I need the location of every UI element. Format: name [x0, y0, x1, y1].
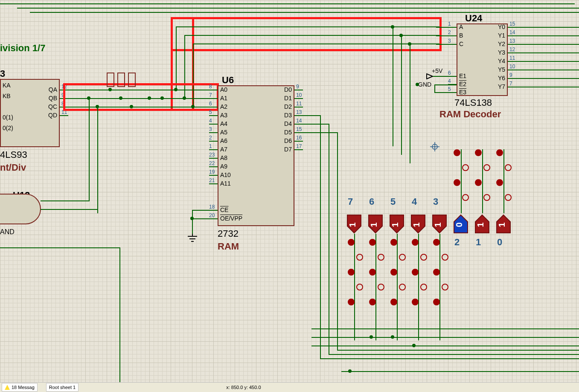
svg-text:1: 1	[348, 222, 357, 227]
wire	[192, 218, 218, 219]
u3-ref: 3	[0, 68, 5, 79]
gate-u12[interactable]	[0, 192, 47, 226]
pin-label: Y3	[498, 49, 505, 56]
wire	[516, 27, 579, 28]
bit-label: 4	[412, 196, 417, 207]
probe[interactable]	[128, 73, 136, 87]
pin-label: D2	[284, 103, 292, 110]
wire	[337, 350, 579, 351]
ground-symbol	[187, 234, 198, 245]
logic-state[interactable]: 1	[367, 213, 384, 235]
wire	[516, 52, 579, 53]
pin-label: A8	[220, 154, 227, 161]
pin-label: D0	[284, 86, 292, 93]
wire	[433, 76, 457, 77]
wire	[516, 35, 579, 36]
wire	[320, 115, 321, 358]
probe-dot	[454, 179, 460, 186]
pin-number: 20	[209, 212, 215, 218]
wire	[516, 44, 579, 45]
wire	[311, 337, 579, 338]
pin-label: A9	[220, 163, 227, 170]
u24-part: 74LS138	[454, 97, 492, 108]
bit-label: 6	[369, 196, 374, 207]
pin-stub	[209, 141, 218, 142]
gnd-label: GND	[418, 81, 431, 88]
pin-label: Y6	[498, 75, 505, 81]
logic-state[interactable]: 1	[346, 213, 363, 235]
junction	[148, 96, 151, 100]
probe[interactable]	[117, 73, 125, 87]
probe-dot	[412, 239, 419, 246]
chip-u6[interactable]	[218, 85, 294, 226]
wire	[337, 132, 338, 350]
logic-state[interactable]: 0	[452, 213, 469, 235]
pin-label: D6	[284, 137, 292, 144]
pin-stub	[294, 132, 303, 133]
pin-label: B	[459, 32, 463, 39]
wire	[68, 90, 213, 90]
wire	[434, 92, 457, 93]
probe-dot	[442, 284, 448, 290]
pin-label: KB	[3, 93, 11, 99]
junction	[416, 83, 419, 86]
junction	[348, 369, 352, 373]
pin-stub	[294, 141, 303, 142]
junction	[370, 335, 373, 339]
logic-state[interactable]: 1	[495, 213, 512, 235]
pin-label: A6	[220, 137, 227, 144]
probe-dot	[348, 299, 355, 305]
warning-icon	[5, 385, 10, 390]
probe-dot	[433, 239, 440, 246]
probe[interactable]	[107, 73, 114, 87]
logic-state[interactable]: 1	[474, 213, 491, 235]
pin-number: 7	[509, 81, 512, 87]
pin-number: 3	[448, 38, 451, 44]
probe-dot	[390, 269, 397, 276]
wire	[397, 234, 398, 340]
pin-label: A5	[220, 129, 227, 136]
wire	[434, 84, 457, 85]
wire	[311, 346, 579, 346]
logic-state[interactable]: 1	[410, 213, 427, 235]
wire	[516, 61, 579, 62]
pin-number: 9	[296, 84, 299, 90]
probe-dot	[475, 179, 482, 186]
pin-stub	[294, 149, 303, 150]
pin-number: 11	[509, 55, 515, 61]
probe-dot	[462, 194, 469, 201]
pin-stub	[60, 115, 68, 116]
junction	[160, 96, 164, 100]
probe-dot	[442, 254, 448, 261]
u24-caption: RAM Decoder	[439, 109, 501, 120]
wire	[410, 44, 410, 163]
probe-dot	[483, 164, 490, 171]
pin-label: D3	[284, 112, 292, 119]
pin-number: 6	[448, 70, 451, 76]
junction	[183, 96, 186, 100]
schematic-canvas[interactable]: ivision 1/7 3 4LS93 nt/Div KAKB0(1)0(2) …	[0, 0, 579, 392]
pin-stub	[508, 87, 516, 87]
probe-dot	[369, 299, 376, 305]
pin-number: 6	[209, 101, 212, 107]
wire	[303, 124, 329, 125]
status-messages[interactable]: 18 Messag	[2, 383, 38, 392]
bit-label: 3	[433, 196, 438, 207]
probe-dot	[378, 284, 384, 290]
pin-number: 2	[448, 29, 451, 35]
svg-text:1: 1	[433, 222, 442, 227]
probe-dot	[390, 239, 397, 246]
pin-label: A7	[220, 146, 227, 153]
pin-number: 16	[296, 135, 302, 141]
pin-stub	[508, 61, 516, 62]
u3-part: 4LS93	[0, 149, 27, 160]
logic-state[interactable]: 1	[388, 213, 405, 235]
pin-stub	[209, 98, 218, 99]
logic-state[interactable]: 1	[431, 213, 448, 235]
wire	[341, 371, 579, 372]
pin-label: A	[459, 23, 463, 30]
pin-stub	[508, 52, 516, 53]
status-sheet[interactable]: Root sheet 1	[46, 383, 79, 392]
pin-label: 0(2)	[3, 125, 13, 131]
pin-label: 0(1)	[3, 114, 13, 121]
